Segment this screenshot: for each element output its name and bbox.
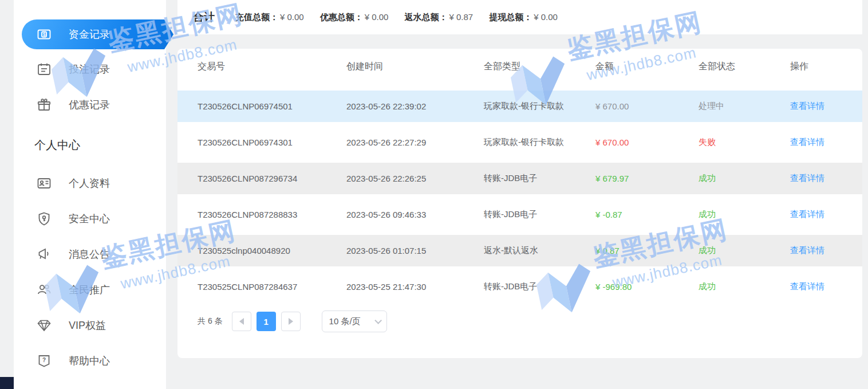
cell-status: 成功 <box>699 281 790 292</box>
cell-created-time: 2023-05-26 22:27:29 <box>346 137 484 147</box>
sidebar: 额度转换 $ 资金记录 投注记录 <box>14 0 166 389</box>
cell-transaction-id: T230526CLNP087296734 <box>198 174 346 183</box>
pagination-page-1[interactable]: 1 <box>257 312 276 331</box>
header-created-time: 创建时间 <box>346 61 484 73</box>
sidebar-item-label: 全民推广 <box>69 283 110 297</box>
view-details-link[interactable]: 查看详情 <box>790 137 824 147</box>
table-body: T230526CLNP06974501 2023-05-26 22:39:02 … <box>177 91 862 302</box>
sidebar-item-vip-benefits[interactable]: VIP权益 <box>14 308 166 343</box>
summary-title: 合计 <box>193 10 215 25</box>
sidebar-item-profile[interactable]: 个人资料 <box>14 166 166 201</box>
header-amount: 金额 <box>595 61 699 73</box>
page-size-select[interactable]: 10 条/页 <box>322 311 387 332</box>
sidebar-item-security-center[interactable]: 安全中心 <box>14 201 166 237</box>
header-transaction-id: 交易号 <box>198 61 346 73</box>
cell-amount: ¥ 679.97 <box>595 174 699 183</box>
cell-status: 处理中 <box>699 101 790 112</box>
cell-type: 玩家取款-银行卡取款 <box>484 137 595 148</box>
sidebar-item-label: 资金记录 <box>69 27 110 41</box>
sidebar-item-announcements[interactable]: 消息公告 <box>14 237 166 272</box>
cell-transaction-id: T230525CLNP087284637 <box>198 282 346 292</box>
calendar-icon <box>37 62 52 77</box>
cell-transaction-id: T230526CLNP06974301 <box>198 137 346 147</box>
cell-status: 失败 <box>699 137 790 148</box>
page-size-value: 10 条/页 <box>329 316 361 327</box>
view-details-link[interactable]: 查看详情 <box>790 245 824 255</box>
sidebar-item-label: 优惠记录 <box>69 98 110 112</box>
shield-key-icon <box>37 211 52 226</box>
header-type-filter[interactable]: 全部类型 <box>484 61 595 73</box>
sidebar-item-funds-record[interactable]: $ 资金记录 <box>22 19 173 49</box>
chevron-down-icon <box>374 317 382 324</box>
diamond-icon <box>37 318 52 333</box>
pagination-next-button[interactable] <box>281 312 301 331</box>
sidebar-item-label: 个人资料 <box>69 176 110 190</box>
header-status-filter[interactable]: 全部状态 <box>699 61 790 73</box>
sidebar-item-promo-record[interactable]: 优惠记录 <box>14 87 166 123</box>
table-row[interactable]: T230525CLNP087284637 2023-05-25 21:47:30… <box>177 271 862 302</box>
pagination-prev-button[interactable] <box>232 312 251 331</box>
table-row[interactable]: T230526CLNP06974501 2023-05-26 22:39:02 … <box>177 91 862 122</box>
id-card-icon <box>37 176 52 191</box>
sidebar-item-label: 帮助中心 <box>69 354 110 368</box>
cell-transaction-id: T230525clnp040048920 <box>198 246 346 256</box>
megaphone-icon <box>37 247 52 262</box>
table-row[interactable]: T230526CLNP06974301 2023-05-26 22:27:29 … <box>177 127 862 158</box>
cell-amount: ¥ -0.87 <box>595 210 699 219</box>
table-row[interactable]: T230526CLNP087288833 2023-05-26 09:46:33… <box>177 199 862 230</box>
view-details-link[interactable]: 查看详情 <box>790 281 824 291</box>
sidebar-item-label: 投注记录 <box>69 62 110 76</box>
sidebar-section-personal-center: 个人中心 <box>34 133 166 156</box>
help-book-icon: ? <box>37 353 52 368</box>
sidebar-item-bet-record[interactable]: 投注记录 <box>14 52 166 87</box>
cell-amount: ¥ -969.80 <box>595 282 699 292</box>
cell-type: 转账-JDB电子 <box>484 281 595 292</box>
bottom-left-dark-strip <box>0 377 14 389</box>
cell-status: 成功 <box>699 245 790 256</box>
cell-type: 转账-JDB电子 <box>484 173 595 184</box>
cell-type: 玩家取款-银行卡取款 <box>484 101 595 112</box>
cell-type: 返水-默认返水 <box>484 245 595 256</box>
sidebar-item-help-center[interactable]: ? 帮助中心 <box>14 343 166 379</box>
cell-created-time: 2023-05-26 22:26:25 <box>346 174 484 183</box>
svg-text:?: ? <box>42 357 46 363</box>
cell-type: 转账-JDB电子 <box>484 209 595 220</box>
cell-amount: ¥ 0.87 <box>595 246 699 256</box>
next-arrow-icon <box>289 318 293 325</box>
sidebar-item-label: 安全中心 <box>69 212 110 226</box>
view-details-link[interactable]: 查看详情 <box>790 173 824 183</box>
funds-record-table: 交易号 创建时间 全部类型 金额 全部状态 操作 T230526CLNP0697… <box>177 49 862 358</box>
header-action: 操作 <box>790 61 862 73</box>
banknote-icon: $ <box>37 27 52 42</box>
summary-withdraw-total: 提现总额：¥ 0.00 <box>489 12 558 23</box>
view-details-link[interactable]: 查看详情 <box>790 209 824 219</box>
cell-created-time: 2023-05-26 09:46:33 <box>346 210 484 219</box>
cell-created-time: 2023-05-26 22:39:02 <box>346 101 484 111</box>
summary-rebate-total: 返水总额：¥ 0.87 <box>404 12 473 23</box>
gift-icon <box>37 97 52 112</box>
pagination: 共 6 条 1 10 条/页 <box>198 311 862 332</box>
cell-amount: ¥ 670.00 <box>595 137 699 147</box>
cell-created-time: 2023-05-26 01:07:15 <box>346 246 484 256</box>
svg-text:$: $ <box>43 32 46 37</box>
cell-status: 成功 <box>699 173 790 184</box>
view-details-link[interactable]: 查看详情 <box>790 101 824 111</box>
cell-transaction-id: T230526CLNP087288833 <box>198 210 346 219</box>
summary-promo-total: 优惠总额：¥ 0.00 <box>320 12 389 23</box>
cell-amount: ¥ 670.00 <box>595 101 699 111</box>
summary-deposit-total: 充值总额：¥ 0.00 <box>235 12 304 23</box>
summary-bar: 合计 充值总额：¥ 0.00 优惠总额：¥ 0.00 返水总额：¥ 0.87 提… <box>177 0 862 34</box>
sidebar-item-label: VIP权益 <box>69 319 106 332</box>
table-header-row: 交易号 创建时间 全部类型 金额 全部状态 操作 <box>177 49 862 85</box>
cell-created-time: 2023-05-25 21:47:30 <box>346 282 484 292</box>
prev-arrow-icon <box>239 318 244 325</box>
sidebar-item-label: 消息公告 <box>69 247 110 261</box>
pagination-total-count: 共 6 条 <box>198 316 223 327</box>
sidebar-item-clipped[interactable]: 额度转换 <box>14 0 166 7</box>
table-row[interactable]: T230525clnp040048920 2023-05-26 01:07:15… <box>177 235 862 266</box>
cell-transaction-id: T230526CLNP06974501 <box>198 101 346 111</box>
sidebar-item-referral[interactable]: 全民推广 <box>14 272 166 308</box>
people-icon <box>37 282 52 297</box>
table-row[interactable]: T230526CLNP087296734 2023-05-26 22:26:25… <box>177 163 862 194</box>
cell-status: 成功 <box>699 209 790 220</box>
